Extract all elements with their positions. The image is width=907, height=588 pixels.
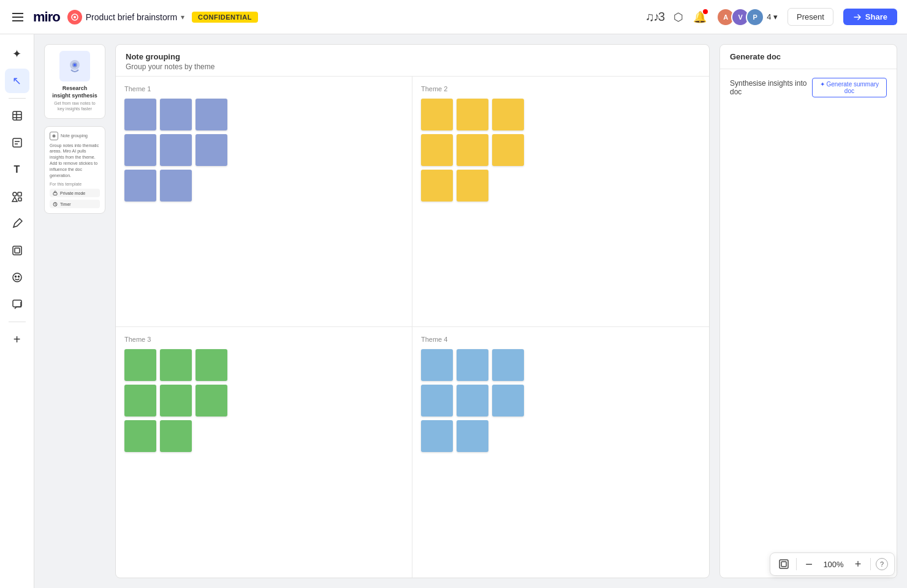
sticky-note[interactable] [457,170,488,202]
sticky-note[interactable] [421,420,453,452]
emoji-button[interactable] [5,265,29,290]
theme-3-label: Theme 3 [124,336,403,343]
sticky-note[interactable] [124,134,156,166]
private-mode-row[interactable]: Private mode [50,189,100,197]
svg-rect-26 [781,562,786,567]
sticky-note[interactable] [160,170,192,202]
svg-rect-6 [13,138,21,147]
theme-3-stickies [124,349,403,452]
theme-2-stickies [421,99,700,202]
theme-1-stickies [124,99,403,202]
svg-rect-10 [18,192,21,196]
cursor-button[interactable]: ↖ [5,69,29,93]
chat-button[interactable] [5,292,29,317]
card2-subtitle: Note grouping [61,134,88,138]
sticky-note[interactable] [421,385,453,417]
template-card-2[interactable]: Note grouping Group notes into thematic … [44,126,105,214]
svg-marker-11 [12,197,17,202]
sticky-note[interactable] [160,134,192,166]
svg-point-1 [74,16,76,18]
sticky-note[interactable] [457,134,488,166]
sticky-note[interactable] [421,99,453,130]
note-grouping-title: Note grouping [126,52,699,61]
zoom-in-button[interactable]: + [851,557,865,571]
sticky-note[interactable] [195,385,227,417]
sticky-button[interactable] [5,130,29,155]
sticky-note[interactable] [492,99,524,130]
zoom-out-button[interactable]: − [802,557,816,571]
note-grouping-subtitle: Group your notes by theme [126,62,699,71]
board-name: Product brief brainstorm [86,12,177,22]
sticky-note[interactable] [160,385,192,417]
bottom-toolbar: − 100% + ? [770,552,895,576]
sticky-note[interactable] [492,134,524,166]
sticky-note[interactable] [195,99,227,130]
present-button[interactable]: Present [787,8,833,26]
sticky-note[interactable] [421,134,453,166]
avatars-group: A V P 4 ▾ [716,8,778,26]
sticky-note[interactable] [421,349,453,381]
sticky-note[interactable] [124,385,156,417]
frame-button[interactable] [5,238,29,263]
for-template-label: For this template [50,182,100,186]
bell-icon[interactable]: 🔔 [693,10,707,24]
help-button[interactable]: ? [876,558,888,570]
text-button[interactable]: T [5,157,29,182]
note-grouping-panel: Note grouping Group your notes by theme … [115,44,710,578]
sticky-note[interactable] [124,170,156,202]
template-card-1[interactable]: Researchinsight synthesis Get from raw n… [44,44,105,119]
avatar-count: 4 ▾ [767,12,778,21]
sticky-note[interactable] [195,134,227,166]
avatar-3: P [746,8,764,26]
sticky-note[interactable] [160,420,192,452]
table-button[interactable] [5,104,29,128]
magic-button[interactable]: ✦ [5,42,29,66]
svg-rect-25 [780,560,788,568]
sticky-note[interactable] [421,170,453,202]
generate-doc-section-title: Generate doc [730,52,781,61]
add-button[interactable]: + [5,327,29,352]
frame-zoom-button[interactable] [776,557,791,571]
sticky-note[interactable] [195,349,227,381]
sticky-note[interactable] [457,349,488,381]
theme-3-quadrant: Theme 3 [116,327,412,578]
share-button[interactable]: Share [843,9,897,25]
theme-1-quadrant: Theme 1 [116,77,412,327]
generate-summary-button[interactable]: ✦ Generate summary doc [812,78,887,97]
svg-rect-18 [13,300,21,307]
zoom-separator [796,558,797,570]
header-icons: ♫♪3 ⬡ 🔔 [645,10,707,24]
generate-doc-panel: Generate doc Synthesise insights into do… [719,44,897,578]
sticky-note[interactable] [160,99,192,130]
theme-2-label: Theme 2 [421,85,700,92]
svg-point-22 [53,134,56,137]
sticky-note[interactable] [160,349,192,381]
shapes-button[interactable] [5,184,29,209]
timer-row[interactable]: Timer [50,200,100,208]
main-canvas: Researchinsight synthesis Get from raw n… [34,34,907,588]
cursor-icon[interactable]: ⬡ [674,10,683,24]
sticky-note[interactable] [457,420,488,452]
zoom-separator-2 [870,558,871,570]
header-left: miro Product brief brainstorm ▾ CONFIDEN… [10,9,258,25]
timer-label: Timer [60,202,71,206]
pen-button[interactable] [5,211,29,236]
sticky-note[interactable] [124,420,156,452]
sticky-note[interactable] [124,99,156,130]
sticky-note[interactable] [492,349,524,381]
private-mode-label: Private mode [60,191,85,195]
theme-4-stickies [421,349,700,452]
sticky-note[interactable] [457,99,488,130]
hamburger-menu[interactable] [10,10,26,24]
sticky-note[interactable] [124,349,156,381]
left-toolbar: ✦ ↖ T + [0,34,34,588]
theme-2-quadrant: Theme 2 [412,77,709,327]
miro-logo: miro [33,9,60,25]
board-title-area[interactable]: Product brief brainstorm ▾ [67,10,184,24]
sticky-note[interactable] [492,385,524,417]
template-card-sub: Get from raw notes to key insights faste… [51,100,99,111]
template-card-2-text: Group notes into thematic areas. Miro AI… [50,143,100,179]
music-icon[interactable]: ♫♪3 [645,10,664,24]
generate-doc-content: Synthesise insights into doc ✦ Generate … [720,69,897,578]
sticky-note[interactable] [457,385,488,417]
